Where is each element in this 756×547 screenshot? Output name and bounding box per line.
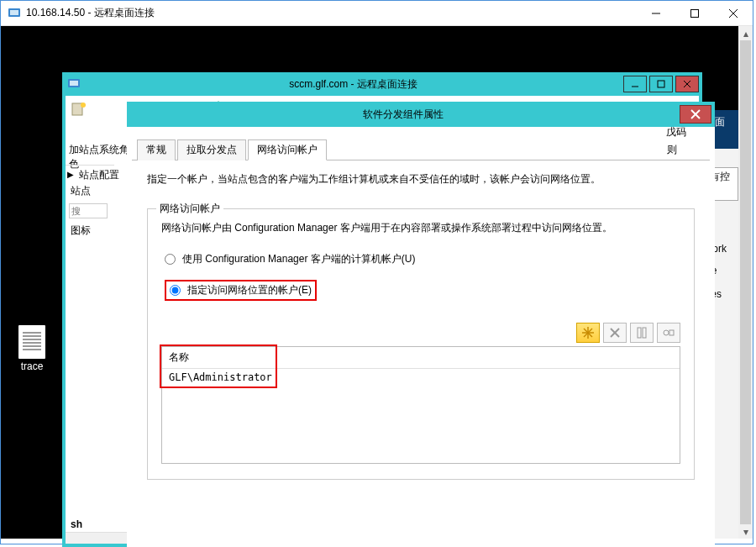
maximize-button[interactable] [675, 1, 714, 26]
edit-account-button[interactable] [630, 323, 654, 343]
panel-site-label[interactable]: 站点 [66, 182, 114, 200]
search-input[interactable] [69, 203, 108, 218]
scroll-thumb[interactable] [740, 40, 751, 524]
tab-pull-dp[interactable]: 拉取分发点 [177, 139, 246, 160]
svg-point-36 [664, 330, 669, 335]
desktop-file-icon[interactable]: trace [16, 325, 48, 372]
radio-use-computer-account[interactable]: 使用 Configuration Manager 客户端的计算机帐户(U) [165, 252, 677, 266]
svg-rect-7 [70, 81, 78, 86]
scroll-up-icon[interactable]: ▴ [738, 26, 753, 40]
tab-strip: 常规 拉取分发点 网络访问帐户 [132, 132, 710, 160]
rdp-icon [67, 77, 81, 91]
truncated-label: 则 [667, 143, 677, 157]
outer-titlebar: 10.168.14.50 - 远程桌面连接 [1, 1, 753, 26]
server-icon[interactable] [71, 101, 87, 118]
svg-rect-1 [10, 10, 18, 15]
inner-minimize-button[interactable] [623, 76, 647, 92]
tab-general[interactable]: 常规 [137, 139, 176, 160]
properties-icon [637, 327, 647, 339]
desktop-file-label: trace [21, 360, 44, 372]
outer-rdp-window: 10.168.14.50 - 远程桌面连接 trace sccm.glf.com… [0, 0, 753, 544]
radio-input-computer[interactable] [165, 254, 176, 265]
network-account-group: 网络访问帐户 网络访问帐户由 Configuration Manager 客户端… [147, 208, 695, 480]
vertical-scrollbar[interactable]: ▴ ▾ [738, 26, 753, 539]
group-description: 网络访问帐户由 Configuration Manager 客户端用于在内容部署… [161, 221, 680, 235]
dialog-close-button[interactable] [680, 105, 711, 124]
tab-content: 指定一个帐户，当站点包含的客户端为工作组计算机或来自不受信任的域时，该帐户会访问… [132, 160, 710, 492]
verify-account-button[interactable] [657, 323, 680, 343]
radio-specify-account[interactable]: 指定访问网络位置的帐户(E) [165, 280, 317, 301]
inner-titlebar: sccm.glf.com - 远程桌面连接 [62, 72, 702, 96]
sccm-left-panel: 站点 图标 sh [66, 165, 114, 532]
svg-rect-3 [691, 9, 699, 17]
annotation-highlight [160, 345, 277, 388]
rdp-icon [8, 7, 21, 20]
properties-dialog: 软件分发组件属性 常规 拉取分发点 网络访问帐户 指定一个帐户，当站点包含的客户… [127, 102, 715, 547]
svg-rect-37 [669, 330, 674, 335]
starburst-icon [582, 327, 594, 339]
account-button-row [161, 323, 680, 343]
verify-icon [663, 328, 675, 338]
svg-rect-35 [643, 328, 646, 338]
dialog-title: 软件分发组件属性 [127, 108, 680, 122]
minimize-button[interactable] [637, 1, 675, 26]
svg-rect-9 [658, 81, 664, 87]
add-account-button[interactable] [576, 323, 600, 343]
inner-window-title: sccm.glf.com - 远程桌面连接 [86, 77, 621, 92]
svg-point-13 [81, 103, 86, 108]
inner-maximize-button[interactable] [649, 76, 673, 92]
svg-rect-34 [638, 328, 641, 338]
dialog-body: 常规 拉取分发点 网络访问帐户 指定一个帐户，当站点包含的客户端为工作组计算机或… [132, 132, 710, 547]
truncated-label: 戊码 [666, 125, 686, 139]
radio-label-specify: 指定访问网络位置的帐户(E) [187, 283, 312, 297]
panel-sh-label: sh [71, 518, 82, 530]
x-icon [610, 328, 620, 338]
radio-input-specify[interactable] [170, 285, 181, 296]
dialog-titlebar: 软件分发组件属性 [127, 102, 715, 127]
outer-window-title: 10.168.14.50 - 远程桌面连接 [26, 6, 637, 20]
group-legend: 网络访问帐户 [156, 202, 223, 216]
radio-label-computer: 使用 Configuration Manager 客户端的计算机帐户(U) [182, 252, 415, 266]
delete-account-button[interactable] [603, 323, 627, 343]
dialog-description: 指定一个帐户，当站点包含的客户端为工作组计算机或来自不受信任的域时，该帐户会访问… [147, 172, 695, 187]
panel-icons-label: 图标 [66, 222, 114, 239]
document-icon [18, 325, 45, 359]
inner-close-button[interactable] [675, 76, 699, 92]
tab-network-account[interactable]: 网络访问帐户 [248, 139, 327, 160]
close-button[interactable] [714, 1, 753, 26]
scroll-down-icon[interactable]: ▾ [738, 524, 753, 539]
